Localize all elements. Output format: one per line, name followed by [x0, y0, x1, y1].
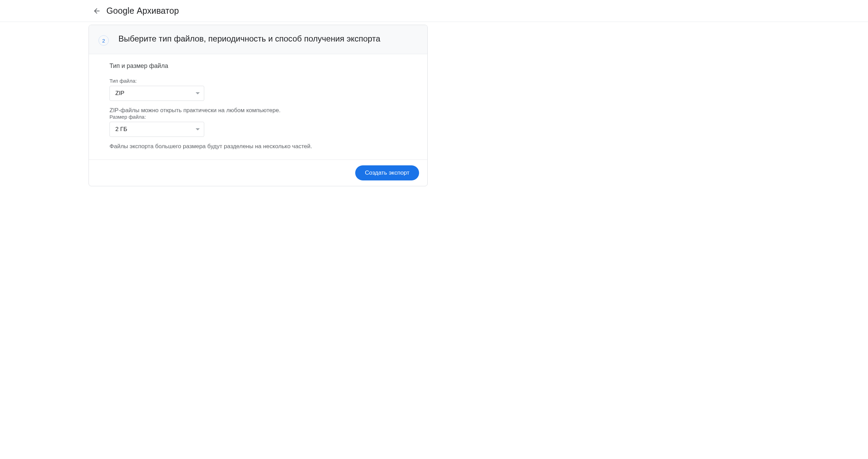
step-title: Выберите тип файлов, периодичность и спо…	[118, 33, 380, 44]
app-title: Google Архиватор	[106, 6, 179, 16]
step-number-badge: 2	[99, 35, 109, 46]
file-type-select[interactable]: ZIP	[109, 86, 204, 101]
create-export-button[interactable]: Создать экспорт	[355, 165, 419, 180]
file-type-value: ZIP	[115, 90, 124, 97]
file-size-helper: Файлы экспорта большего размера будут ра…	[109, 143, 407, 150]
step-header: 2 Выберите тип файлов, периодичность и с…	[89, 25, 427, 54]
arrow-back-icon	[93, 7, 101, 15]
section-title: Тип и размер файла	[109, 62, 407, 70]
card-footer: Создать экспорт	[89, 160, 427, 186]
file-type-field: Тип файла: ZIP ZIP-файлы можно открыть п…	[109, 78, 407, 114]
chevron-down-icon	[196, 92, 200, 94]
file-size-select[interactable]: 2 ГБ	[109, 122, 204, 137]
file-type-helper: ZIP-файлы можно открыть практически на л…	[109, 107, 407, 114]
page: 2 Выберите тип файлов, периодичность и с…	[0, 22, 868, 200]
step-body: Тип и размер файла Тип файла: ZIP ZIP-фа…	[89, 54, 427, 160]
file-size-field: Размер файла: 2 ГБ Файлы экспорта больше…	[109, 114, 407, 150]
step-card: 2 Выберите тип файлов, периодичность и с…	[89, 25, 428, 186]
file-size-label: Размер файла:	[109, 114, 407, 120]
file-size-value: 2 ГБ	[115, 126, 127, 133]
file-type-label: Тип файла:	[109, 78, 407, 84]
topbar: Google Архиватор	[0, 0, 868, 22]
chevron-down-icon	[196, 128, 200, 130]
back-button[interactable]	[89, 3, 105, 19]
